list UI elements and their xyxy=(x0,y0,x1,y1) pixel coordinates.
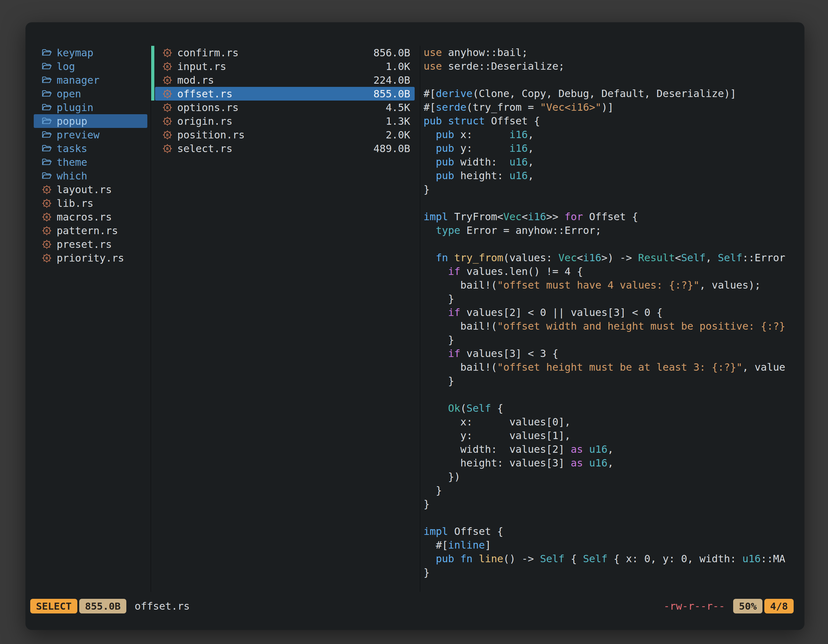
sidebar-item-label: preview xyxy=(56,129,100,141)
rust-file-icon: R xyxy=(162,116,173,126)
file-row-origin-rs[interactable]: Rorigin.rs1.3K xyxy=(155,114,415,128)
file-name: options.rs xyxy=(177,102,381,114)
sidebar-item-lib-rs[interactable]: Rlib.rs xyxy=(34,196,147,210)
sidebar-item-label: popup xyxy=(56,115,87,127)
file-row-confirm-rs[interactable]: Rconfirm.rs856.0B xyxy=(155,46,415,60)
code-line: pub fn line() -> Self { Self { x: 0, y: … xyxy=(423,552,804,566)
file-name: confirm.rs xyxy=(177,47,369,59)
code-line: x: values[0], xyxy=(423,415,804,429)
file-size: 2.0K xyxy=(386,129,410,141)
code-line: impl Offset { xyxy=(423,525,804,538)
code-line: pub struct Offset { xyxy=(423,114,804,128)
svg-text:R: R xyxy=(45,187,48,192)
file-row-input-rs[interactable]: Rinput.rs1.0K xyxy=(155,60,415,73)
preview-panel: use anyhow::bail;use serde::Deserialize;… xyxy=(420,46,804,592)
code-line: type Error = anyhow::Error; xyxy=(423,224,804,237)
code-line: impl TryFrom<Vec<i16>> for Offset { xyxy=(423,210,804,224)
code-line: } xyxy=(423,292,804,306)
file-size: 1.0K xyxy=(386,60,410,72)
sidebar-item-label: which xyxy=(56,170,87,182)
rust-file-icon: R xyxy=(162,130,173,140)
status-bar: SELECT 855.0B offset.rs -rw-r--r-- 50% 4… xyxy=(25,592,804,630)
file-row-select-rs[interactable]: Rselect.rs489.0B xyxy=(155,142,415,155)
sidebar-item-label: plugin xyxy=(56,102,94,114)
sidebar-item-label: theme xyxy=(56,156,87,168)
code-line: pub height: u16, xyxy=(423,169,804,183)
sidebar-item-log[interactable]: log xyxy=(34,60,147,73)
folder-icon xyxy=(41,61,52,72)
file-name: input.rs xyxy=(177,60,381,72)
permissions-label: -rw-r--r-- xyxy=(663,600,725,612)
svg-text:R: R xyxy=(166,133,169,138)
sidebar-item-label: priority.rs xyxy=(56,252,124,264)
sidebar-item-which[interactable]: which xyxy=(34,169,147,183)
sidebar-item-popup[interactable]: popup xyxy=(34,114,147,128)
sidebar-item-tasks[interactable]: tasks xyxy=(34,142,147,155)
folder-icon xyxy=(41,144,52,154)
sidebar-item-label: layout.rs xyxy=(56,183,112,196)
svg-text:R: R xyxy=(166,92,169,96)
sidebar-item-layout-rs[interactable]: Rlayout.rs xyxy=(34,183,147,196)
file-size: 855.0B xyxy=(373,88,410,100)
code-line: #[derive(Clone, Copy, Debug, Default, De… xyxy=(423,87,804,100)
sidebar-item-open[interactable]: open xyxy=(34,87,147,100)
mode-badge: SELECT xyxy=(30,599,77,613)
sidebar-item-label: open xyxy=(56,88,81,100)
code-line: #[inline] xyxy=(423,538,804,552)
code-line: if values.len() != 4 { xyxy=(423,265,804,278)
sidebar-item-theme[interactable]: theme xyxy=(34,155,147,169)
file-size: 1.3K xyxy=(386,115,410,127)
cursor-position-badge: 4/8 xyxy=(764,599,794,613)
code-line: pub y: i16, xyxy=(423,142,804,155)
code-line xyxy=(423,73,804,87)
sidebar-item-preset-rs[interactable]: Rpreset.rs xyxy=(34,237,147,251)
panels-container: keymaplogmanageropenpluginpopuppreviewta… xyxy=(25,22,804,592)
rust-file-icon: R xyxy=(41,253,52,263)
sidebar-item-priority-rs[interactable]: Rpriority.rs xyxy=(34,251,147,265)
code-line: use anyhow::bail; xyxy=(423,46,804,60)
rust-file-icon: R xyxy=(41,226,52,236)
sidebar-item-preview[interactable]: preview xyxy=(34,128,147,142)
folder-icon xyxy=(41,89,52,99)
code-line: width: values[2] as u16, xyxy=(423,443,804,456)
file-row-position-rs[interactable]: Rposition.rs2.0K xyxy=(155,128,415,142)
code-line: } xyxy=(423,333,804,347)
svg-text:R: R xyxy=(166,105,169,110)
desktop-background: keymaplogmanageropenpluginpopuppreviewta… xyxy=(0,0,828,644)
status-right-group: 50% 4/8 xyxy=(733,599,794,613)
code-line xyxy=(423,196,804,210)
code-line: } xyxy=(423,484,804,497)
current-panel: Rconfirm.rs856.0BRinput.rs1.0KRmod.rs224… xyxy=(151,46,420,592)
file-row-mod-rs[interactable]: Rmod.rs224.0B xyxy=(155,73,415,87)
folder-icon xyxy=(41,130,52,140)
file-row-options-rs[interactable]: Roptions.rs4.5K xyxy=(155,100,415,114)
file-name: origin.rs xyxy=(177,115,381,127)
rust-file-icon: R xyxy=(162,75,173,85)
code-line: y: values[1], xyxy=(423,429,804,443)
sidebar-item-label: manager xyxy=(56,74,100,86)
code-line: if values[2] < 0 || values[3] < 0 { xyxy=(423,306,804,320)
svg-text:R: R xyxy=(45,229,48,233)
file-size: 224.0B xyxy=(373,74,410,86)
file-row-offset-rs[interactable]: Roffset.rs855.0B xyxy=(155,87,415,100)
sidebar-item-keymap[interactable]: keymap xyxy=(34,46,147,60)
svg-text:R: R xyxy=(166,146,169,151)
svg-text:R: R xyxy=(166,78,169,83)
rust-file-icon: R xyxy=(162,48,173,58)
code-line: height: values[3] as u16, xyxy=(423,456,804,470)
sidebar-item-manager[interactable]: manager xyxy=(34,73,147,87)
svg-text:R: R xyxy=(45,256,48,260)
rust-file-icon: R xyxy=(41,212,52,222)
sidebar-item-macros-rs[interactable]: Rmacros.rs xyxy=(34,210,147,224)
sidebar-item-plugin[interactable]: plugin xyxy=(34,100,147,114)
sidebar-item-label: tasks xyxy=(56,143,87,155)
rust-file-icon: R xyxy=(41,185,52,195)
folder-icon xyxy=(41,157,52,168)
sidebar-item-pattern-rs[interactable]: Rpattern.rs xyxy=(34,224,147,237)
svg-text:R: R xyxy=(45,215,48,219)
sidebar-item-label: log xyxy=(56,60,75,72)
svg-text:R: R xyxy=(45,242,48,247)
code-line: bail!("offset height must be at least 3:… xyxy=(423,360,804,374)
file-size: 4.5K xyxy=(386,102,410,114)
code-line: pub width: u16, xyxy=(423,155,804,169)
